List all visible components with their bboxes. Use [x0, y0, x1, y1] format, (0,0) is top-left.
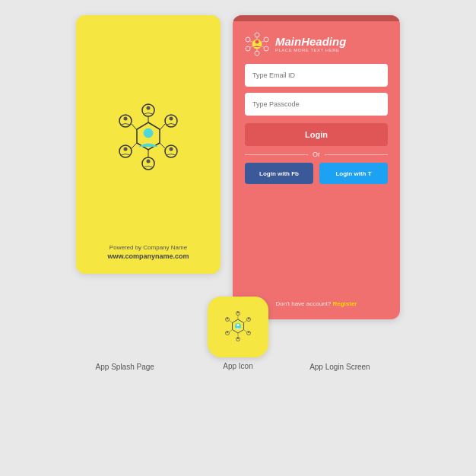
login-label: App Login Screen: [257, 363, 423, 371]
svg-point-5: [165, 115, 177, 127]
passcode-input[interactable]: [245, 93, 388, 116]
login-logo-icon: [245, 32, 269, 56]
svg-point-30: [246, 46, 250, 51]
svg-point-41: [248, 318, 249, 319]
splash-url: www.companyname.com: [107, 252, 189, 260]
login-screen: MainHeading PLACE MORE TEXT HERE Login O…: [233, 15, 400, 319]
svg-point-22: [255, 33, 259, 37]
svg-point-44: [248, 332, 249, 333]
main-container: Powered by Company Name www.companyname.…: [0, 0, 476, 476]
or-text: Or: [313, 151, 320, 158]
svg-point-9: [170, 147, 173, 151]
svg-line-19: [132, 124, 137, 130]
app-icon-network: [219, 308, 257, 346]
splash-icon-area: [110, 30, 186, 244]
svg-point-36: [237, 324, 240, 326]
svg-point-8: [165, 145, 177, 157]
register-prompt-text: Don't have account?: [276, 300, 332, 307]
register-row: Don't have account? Register: [276, 288, 357, 307]
app-icon-label: App Icon: [223, 362, 252, 370]
screens-row: Powered by Company Name www.companyname.…: [23, 15, 453, 319]
svg-point-26: [264, 46, 268, 51]
svg-point-47: [237, 338, 239, 339]
svg-point-53: [227, 318, 228, 319]
svg-line-54: [230, 321, 233, 323]
app-icon: [208, 297, 268, 357]
login-form: Login: [233, 64, 400, 146]
splash-label: App Splash Page: [53, 363, 196, 371]
splash-powered: Powered by Company Name: [107, 244, 189, 251]
svg-point-24: [264, 37, 268, 42]
svg-point-1: [144, 129, 153, 138]
or-line-left: [245, 154, 308, 155]
svg-line-51: [230, 330, 233, 332]
login-button[interactable]: Login: [245, 123, 388, 146]
svg-line-7: [160, 124, 165, 130]
fb-login-button[interactable]: Login with Fb: [245, 163, 313, 184]
splash-screen: Powered by Company Name www.companyname.…: [76, 15, 221, 274]
network-icon-large: [110, 100, 186, 176]
svg-line-27: [262, 46, 264, 47]
or-divider: Or: [233, 146, 400, 163]
svg-point-18: [124, 116, 128, 120]
svg-line-16: [132, 143, 137, 148]
svg-line-25: [262, 41, 264, 42]
or-line-right: [325, 154, 388, 155]
login-header: MainHeading PLACE MORE TEXT HERE: [233, 21, 400, 64]
login-top-bar: [233, 15, 400, 21]
svg-point-28: [255, 51, 259, 56]
svg-point-17: [119, 115, 132, 127]
splash-footer: Powered by Company Name www.companyname.…: [107, 244, 189, 260]
svg-point-15: [124, 147, 128, 151]
svg-point-21: [255, 40, 259, 44]
svg-line-31: [250, 46, 252, 47]
register-link[interactable]: Register: [332, 300, 357, 307]
login-heading-block: MainHeading PLACE MORE TEXT HERE: [275, 36, 346, 53]
svg-point-38: [237, 312, 239, 313]
login-main-heading: MainHeading: [275, 36, 346, 49]
svg-line-42: [244, 321, 247, 323]
svg-point-2: [142, 104, 154, 116]
svg-point-12: [147, 159, 151, 163]
svg-point-3: [147, 106, 151, 109]
svg-point-6: [170, 116, 173, 120]
twitter-login-button[interactable]: Login with T: [319, 163, 388, 184]
svg-point-50: [227, 332, 228, 333]
svg-line-45: [244, 330, 247, 332]
svg-line-33: [250, 41, 252, 42]
svg-line-10: [160, 143, 165, 148]
svg-point-11: [142, 157, 154, 170]
email-input[interactable]: [245, 64, 388, 87]
app-icon-container: App Icon: [208, 297, 268, 370]
social-buttons: Login with Fb Login with T: [233, 163, 400, 184]
login-sub-heading: PLACE MORE TEXT HERE: [275, 48, 346, 52]
svg-point-32: [246, 37, 250, 42]
svg-point-14: [119, 145, 132, 157]
